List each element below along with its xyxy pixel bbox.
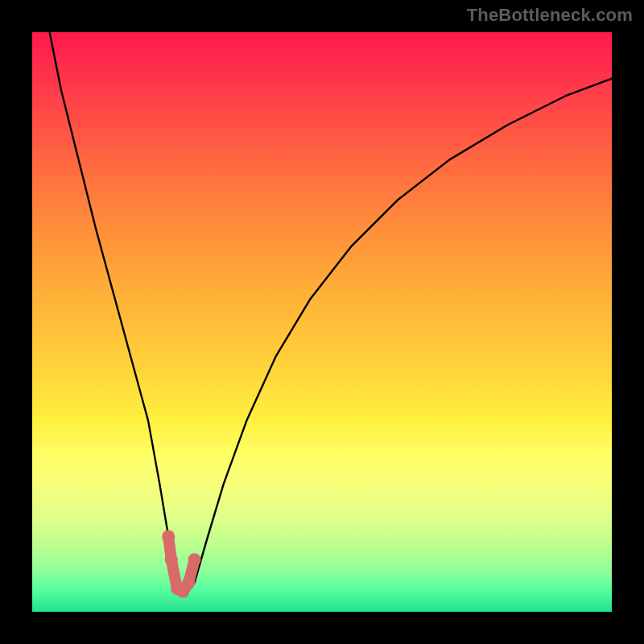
chart-frame: TheBottleneck.com [0, 0, 644, 644]
min-highlight-dots [162, 530, 200, 597]
min-highlight-dot [182, 576, 195, 589]
plot-area [32, 32, 612, 612]
bottleneck-curve [50, 32, 612, 594]
min-highlight-dot [188, 553, 201, 566]
min-highlight-dot [162, 530, 175, 543]
min-highlight-dot [165, 553, 178, 566]
watermark-text: TheBottleneck.com [467, 5, 633, 26]
curve-layer [32, 32, 612, 612]
